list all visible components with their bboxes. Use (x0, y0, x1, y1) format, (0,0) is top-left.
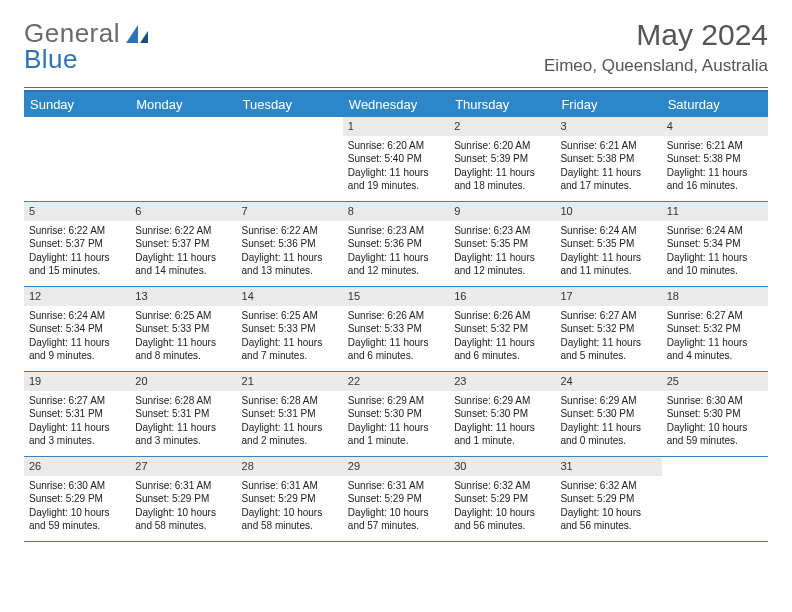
day-cell: 14Sunrise: 6:25 AMSunset: 5:33 PMDayligh… (237, 287, 343, 371)
daylight-text: Daylight: 10 hours and 58 minutes. (242, 506, 338, 533)
day-info: Sunrise: 6:28 AMSunset: 5:31 PMDaylight:… (130, 391, 236, 452)
day-header-tuesday: Tuesday (237, 92, 343, 117)
day-info: Sunrise: 6:24 AMSunset: 5:35 PMDaylight:… (555, 221, 661, 282)
day-cell: 3Sunrise: 6:21 AMSunset: 5:38 PMDaylight… (555, 117, 661, 201)
sunset-text: Sunset: 5:31 PM (135, 407, 231, 421)
day-number: 23 (449, 372, 555, 391)
day-number: 30 (449, 457, 555, 476)
day-header-monday: Monday (130, 92, 236, 117)
day-cell: 6Sunrise: 6:22 AMSunset: 5:37 PMDaylight… (130, 202, 236, 286)
day-header-sunday: Sunday (24, 92, 130, 117)
sunset-text: Sunset: 5:32 PM (560, 322, 656, 336)
day-info: Sunrise: 6:22 AMSunset: 5:37 PMDaylight:… (24, 221, 130, 282)
day-cell: 18Sunrise: 6:27 AMSunset: 5:32 PMDayligh… (662, 287, 768, 371)
day-info: Sunrise: 6:32 AMSunset: 5:29 PMDaylight:… (555, 476, 661, 537)
sunrise-text: Sunrise: 6:20 AM (348, 139, 444, 153)
day-info: Sunrise: 6:25 AMSunset: 5:33 PMDaylight:… (237, 306, 343, 367)
day-cell: 15Sunrise: 6:26 AMSunset: 5:33 PMDayligh… (343, 287, 449, 371)
sunset-text: Sunset: 5:35 PM (560, 237, 656, 251)
day-info: Sunrise: 6:27 AMSunset: 5:32 PMDaylight:… (662, 306, 768, 367)
day-info: Sunrise: 6:30 AMSunset: 5:29 PMDaylight:… (24, 476, 130, 537)
day-info: Sunrise: 6:31 AMSunset: 5:29 PMDaylight:… (343, 476, 449, 537)
day-info: Sunrise: 6:28 AMSunset: 5:31 PMDaylight:… (237, 391, 343, 452)
day-header-friday: Friday (555, 92, 661, 117)
day-number: 8 (343, 202, 449, 221)
sunset-text: Sunset: 5:34 PM (667, 237, 763, 251)
daylight-text: Daylight: 11 hours and 13 minutes. (242, 251, 338, 278)
day-header-row: Sunday Monday Tuesday Wednesday Thursday… (24, 92, 768, 117)
day-info: Sunrise: 6:22 AMSunset: 5:37 PMDaylight:… (130, 221, 236, 282)
sunset-text: Sunset: 5:32 PM (667, 322, 763, 336)
daylight-text: Daylight: 11 hours and 6 minutes. (454, 336, 550, 363)
day-cell: 24Sunrise: 6:29 AMSunset: 5:30 PMDayligh… (555, 372, 661, 456)
day-cell: 22Sunrise: 6:29 AMSunset: 5:30 PMDayligh… (343, 372, 449, 456)
day-number: 14 (237, 287, 343, 306)
sunset-text: Sunset: 5:30 PM (560, 407, 656, 421)
week-row: ...1Sunrise: 6:20 AMSunset: 5:40 PMDayli… (24, 117, 768, 202)
day-number: 10 (555, 202, 661, 221)
day-number: 31 (555, 457, 661, 476)
sunrise-text: Sunrise: 6:32 AM (560, 479, 656, 493)
day-cell: 12Sunrise: 6:24 AMSunset: 5:34 PMDayligh… (24, 287, 130, 371)
day-cell: 7Sunrise: 6:22 AMSunset: 5:36 PMDaylight… (237, 202, 343, 286)
day-number: 28 (237, 457, 343, 476)
sunset-text: Sunset: 5:29 PM (560, 492, 656, 506)
daylight-text: Daylight: 11 hours and 19 minutes. (348, 166, 444, 193)
day-number: 26 (24, 457, 130, 476)
daylight-text: Daylight: 10 hours and 57 minutes. (348, 506, 444, 533)
day-info: Sunrise: 6:29 AMSunset: 5:30 PMDaylight:… (343, 391, 449, 452)
day-cell: 1Sunrise: 6:20 AMSunset: 5:40 PMDaylight… (343, 117, 449, 201)
sunset-text: Sunset: 5:29 PM (454, 492, 550, 506)
day-info: Sunrise: 6:29 AMSunset: 5:30 PMDaylight:… (449, 391, 555, 452)
day-cell: 26Sunrise: 6:30 AMSunset: 5:29 PMDayligh… (24, 457, 130, 541)
daylight-text: Daylight: 11 hours and 6 minutes. (348, 336, 444, 363)
sunrise-text: Sunrise: 6:21 AM (560, 139, 656, 153)
daylight-text: Daylight: 11 hours and 14 minutes. (135, 251, 231, 278)
sunrise-text: Sunrise: 6:25 AM (135, 309, 231, 323)
sunrise-text: Sunrise: 6:26 AM (454, 309, 550, 323)
daylight-text: Daylight: 10 hours and 59 minutes. (667, 421, 763, 448)
sunset-text: Sunset: 5:35 PM (454, 237, 550, 251)
day-info: Sunrise: 6:24 AMSunset: 5:34 PMDaylight:… (662, 221, 768, 282)
day-number: 6 (130, 202, 236, 221)
sunrise-text: Sunrise: 6:29 AM (454, 394, 550, 408)
day-number: 18 (662, 287, 768, 306)
day-cell: . (130, 117, 236, 201)
header: General May 2024 Eimeo, Queensland, Aust… (24, 18, 768, 76)
month-title: May 2024 (544, 18, 768, 52)
sunset-text: Sunset: 5:30 PM (454, 407, 550, 421)
sunrise-text: Sunrise: 6:23 AM (454, 224, 550, 238)
day-number: 11 (662, 202, 768, 221)
day-number: 9 (449, 202, 555, 221)
day-number: 13 (130, 287, 236, 306)
day-number: 16 (449, 287, 555, 306)
day-header-thursday: Thursday (449, 92, 555, 117)
sunset-text: Sunset: 5:31 PM (29, 407, 125, 421)
day-cell: 21Sunrise: 6:28 AMSunset: 5:31 PMDayligh… (237, 372, 343, 456)
sunrise-text: Sunrise: 6:23 AM (348, 224, 444, 238)
sunrise-text: Sunrise: 6:22 AM (29, 224, 125, 238)
day-number: 17 (555, 287, 661, 306)
sunset-text: Sunset: 5:29 PM (135, 492, 231, 506)
sunrise-text: Sunrise: 6:30 AM (29, 479, 125, 493)
daylight-text: Daylight: 11 hours and 1 minute. (454, 421, 550, 448)
daylight-text: Daylight: 11 hours and 4 minutes. (667, 336, 763, 363)
day-info: Sunrise: 6:20 AMSunset: 5:40 PMDaylight:… (343, 136, 449, 197)
day-number: 29 (343, 457, 449, 476)
sunset-text: Sunset: 5:29 PM (29, 492, 125, 506)
day-info: Sunrise: 6:27 AMSunset: 5:31 PMDaylight:… (24, 391, 130, 452)
sunrise-text: Sunrise: 6:20 AM (454, 139, 550, 153)
daylight-text: Daylight: 11 hours and 10 minutes. (667, 251, 763, 278)
day-cell: . (662, 457, 768, 541)
daylight-text: Daylight: 11 hours and 0 minutes. (560, 421, 656, 448)
day-info: Sunrise: 6:24 AMSunset: 5:34 PMDaylight:… (24, 306, 130, 367)
day-cell: 17Sunrise: 6:27 AMSunset: 5:32 PMDayligh… (555, 287, 661, 371)
day-info: Sunrise: 6:30 AMSunset: 5:30 PMDaylight:… (662, 391, 768, 452)
day-cell: 5Sunrise: 6:22 AMSunset: 5:37 PMDaylight… (24, 202, 130, 286)
day-cell: 2Sunrise: 6:20 AMSunset: 5:39 PMDaylight… (449, 117, 555, 201)
day-number: 22 (343, 372, 449, 391)
title-block: May 2024 Eimeo, Queensland, Australia (544, 18, 768, 76)
sunrise-text: Sunrise: 6:29 AM (560, 394, 656, 408)
logo-text-blue: Blue (24, 44, 78, 74)
day-number: 24 (555, 372, 661, 391)
